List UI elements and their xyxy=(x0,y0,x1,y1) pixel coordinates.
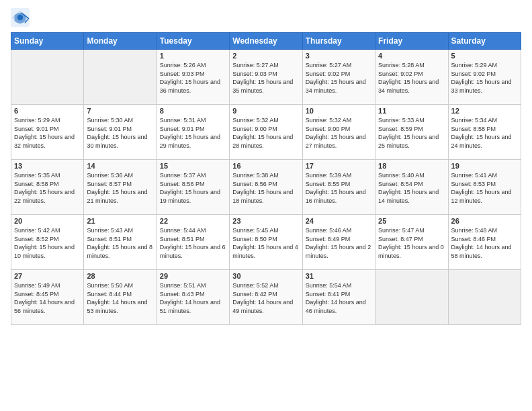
day-info: Sunrise: 5:39 AM Sunset: 8:55 PM Dayligh… xyxy=(306,171,372,205)
calendar-cell: 15Sunrise: 5:37 AM Sunset: 8:56 PM Dayli… xyxy=(157,160,229,215)
calendar-cell: 16Sunrise: 5:38 AM Sunset: 8:56 PM Dayli… xyxy=(230,160,302,215)
calendar-cell: 4Sunrise: 5:28 AM Sunset: 9:02 PM Daylig… xyxy=(375,50,448,105)
day-number: 9 xyxy=(232,107,299,115)
calendar-cell: 19Sunrise: 5:41 AM Sunset: 8:53 PM Dayli… xyxy=(448,160,521,215)
day-info: Sunrise: 5:30 AM Sunset: 9:01 PM Dayligh… xyxy=(87,116,153,150)
calendar-week-5: 27Sunrise: 5:49 AM Sunset: 8:45 PM Dayli… xyxy=(11,270,521,325)
day-info: Sunrise: 5:42 AM Sunset: 8:52 PM Dayligh… xyxy=(14,226,81,260)
day-info: Sunrise: 5:29 AM Sunset: 9:02 PM Dayligh… xyxy=(451,61,518,95)
day-number: 18 xyxy=(378,162,445,170)
calendar-header-monday: Monday xyxy=(84,33,157,50)
calendar: SundayMondayTuesdayWednesdayThursdayFrid… xyxy=(11,32,521,325)
day-number: 17 xyxy=(306,162,372,170)
day-info: Sunrise: 5:49 AM Sunset: 8:45 PM Dayligh… xyxy=(14,281,81,315)
day-info: Sunrise: 5:29 AM Sunset: 9:01 PM Dayligh… xyxy=(14,116,81,150)
calendar-cell: 6Sunrise: 5:29 AM Sunset: 9:01 PM Daylig… xyxy=(11,105,84,160)
calendar-cell: 22Sunrise: 5:44 AM Sunset: 8:51 PM Dayli… xyxy=(157,215,229,270)
calendar-header-friday: Friday xyxy=(375,33,448,50)
calendar-week-3: 13Sunrise: 5:35 AM Sunset: 8:58 PM Dayli… xyxy=(11,160,521,215)
calendar-cell: 30Sunrise: 5:52 AM Sunset: 8:42 PM Dayli… xyxy=(230,270,302,325)
day-info: Sunrise: 5:28 AM Sunset: 9:02 PM Dayligh… xyxy=(378,61,445,95)
calendar-week-1: 1Sunrise: 5:26 AM Sunset: 9:03 PM Daylig… xyxy=(11,50,521,105)
day-number: 20 xyxy=(14,217,81,225)
day-number: 2 xyxy=(232,52,299,60)
day-number: 28 xyxy=(87,272,153,280)
day-number: 25 xyxy=(378,217,445,225)
day-number: 5 xyxy=(451,52,518,60)
day-info: Sunrise: 5:36 AM Sunset: 8:57 PM Dayligh… xyxy=(87,171,153,205)
day-number: 6 xyxy=(14,107,81,115)
day-number: 30 xyxy=(232,272,299,280)
day-info: Sunrise: 5:35 AM Sunset: 8:58 PM Dayligh… xyxy=(14,171,81,205)
calendar-cell: 17Sunrise: 5:39 AM Sunset: 8:55 PM Dayli… xyxy=(302,160,375,215)
day-info: Sunrise: 5:41 AM Sunset: 8:53 PM Dayligh… xyxy=(451,171,518,205)
day-info: Sunrise: 5:34 AM Sunset: 8:58 PM Dayligh… xyxy=(451,116,518,150)
day-number: 23 xyxy=(232,217,299,225)
day-info: Sunrise: 5:45 AM Sunset: 8:50 PM Dayligh… xyxy=(232,226,299,260)
calendar-cell: 31Sunrise: 5:54 AM Sunset: 8:41 PM Dayli… xyxy=(302,270,375,325)
day-info: Sunrise: 5:31 AM Sunset: 9:01 PM Dayligh… xyxy=(160,116,226,150)
day-number: 24 xyxy=(306,217,372,225)
day-info: Sunrise: 5:44 AM Sunset: 8:51 PM Dayligh… xyxy=(160,226,226,260)
day-info: Sunrise: 5:50 AM Sunset: 8:44 PM Dayligh… xyxy=(87,281,153,315)
calendar-cell: 26Sunrise: 5:48 AM Sunset: 8:46 PM Dayli… xyxy=(448,215,521,270)
day-info: Sunrise: 5:33 AM Sunset: 8:59 PM Dayligh… xyxy=(378,116,445,150)
calendar-cell: 7Sunrise: 5:30 AM Sunset: 9:01 PM Daylig… xyxy=(84,105,157,160)
day-info: Sunrise: 5:26 AM Sunset: 9:03 PM Dayligh… xyxy=(160,61,226,95)
calendar-cell: 29Sunrise: 5:51 AM Sunset: 8:43 PM Dayli… xyxy=(157,270,229,325)
day-info: Sunrise: 5:48 AM Sunset: 8:46 PM Dayligh… xyxy=(451,226,518,260)
day-number: 22 xyxy=(160,217,226,225)
calendar-cell: 9Sunrise: 5:32 AM Sunset: 9:00 PM Daylig… xyxy=(230,105,302,160)
day-number: 15 xyxy=(160,162,226,170)
calendar-cell xyxy=(84,50,157,105)
day-info: Sunrise: 5:38 AM Sunset: 8:56 PM Dayligh… xyxy=(232,171,299,205)
day-number: 13 xyxy=(14,162,81,170)
calendar-cell: 2Sunrise: 5:27 AM Sunset: 9:03 PM Daylig… xyxy=(230,50,302,105)
day-info: Sunrise: 5:40 AM Sunset: 8:54 PM Dayligh… xyxy=(378,171,445,205)
day-number: 26 xyxy=(451,217,518,225)
day-number: 1 xyxy=(160,52,226,60)
calendar-cell: 3Sunrise: 5:27 AM Sunset: 9:02 PM Daylig… xyxy=(302,50,375,105)
calendar-header-row: SundayMondayTuesdayWednesdayThursdayFrid… xyxy=(11,33,521,50)
calendar-cell: 18Sunrise: 5:40 AM Sunset: 8:54 PM Dayli… xyxy=(375,160,448,215)
calendar-cell: 11Sunrise: 5:33 AM Sunset: 8:59 PM Dayli… xyxy=(375,105,448,160)
calendar-cell: 28Sunrise: 5:50 AM Sunset: 8:44 PM Dayli… xyxy=(84,270,157,325)
day-number: 4 xyxy=(378,52,445,60)
calendar-cell: 25Sunrise: 5:47 AM Sunset: 8:47 PM Dayli… xyxy=(375,215,448,270)
day-info: Sunrise: 5:32 AM Sunset: 9:00 PM Dayligh… xyxy=(232,116,299,150)
day-info: Sunrise: 5:37 AM Sunset: 8:56 PM Dayligh… xyxy=(160,171,226,205)
day-number: 3 xyxy=(306,52,372,60)
calendar-cell: 23Sunrise: 5:45 AM Sunset: 8:50 PM Dayli… xyxy=(230,215,302,270)
calendar-cell: 27Sunrise: 5:49 AM Sunset: 8:45 PM Dayli… xyxy=(11,270,84,325)
day-number: 12 xyxy=(451,107,518,115)
calendar-cell xyxy=(448,270,521,325)
calendar-cell: 12Sunrise: 5:34 AM Sunset: 8:58 PM Dayli… xyxy=(448,105,521,160)
calendar-header-sunday: Sunday xyxy=(11,33,84,50)
calendar-header-tuesday: Tuesday xyxy=(157,33,229,50)
calendar-header-thursday: Thursday xyxy=(302,33,375,50)
day-number: 10 xyxy=(306,107,372,115)
day-number: 31 xyxy=(306,272,372,280)
calendar-cell: 1Sunrise: 5:26 AM Sunset: 9:03 PM Daylig… xyxy=(157,50,229,105)
day-number: 19 xyxy=(451,162,518,170)
calendar-week-2: 6Sunrise: 5:29 AM Sunset: 9:01 PM Daylig… xyxy=(11,105,521,160)
calendar-cell xyxy=(375,270,448,325)
calendar-cell xyxy=(11,50,84,105)
calendar-cell: 8Sunrise: 5:31 AM Sunset: 9:01 PM Daylig… xyxy=(157,105,229,160)
calendar-header-saturday: Saturday xyxy=(448,33,521,50)
calendar-cell: 21Sunrise: 5:43 AM Sunset: 8:51 PM Dayli… xyxy=(84,215,157,270)
day-info: Sunrise: 5:43 AM Sunset: 8:51 PM Dayligh… xyxy=(87,226,153,260)
calendar-cell: 13Sunrise: 5:35 AM Sunset: 8:58 PM Dayli… xyxy=(11,160,84,215)
logo xyxy=(11,8,32,27)
header xyxy=(11,8,521,27)
day-number: 14 xyxy=(87,162,153,170)
calendar-cell: 24Sunrise: 5:46 AM Sunset: 8:49 PM Dayli… xyxy=(302,215,375,270)
calendar-header-wednesday: Wednesday xyxy=(230,33,302,50)
day-number: 8 xyxy=(160,107,226,115)
day-info: Sunrise: 5:27 AM Sunset: 9:03 PM Dayligh… xyxy=(232,61,299,95)
day-number: 29 xyxy=(160,272,226,280)
calendar-cell: 14Sunrise: 5:36 AM Sunset: 8:57 PM Dayli… xyxy=(84,160,157,215)
calendar-cell: 10Sunrise: 5:32 AM Sunset: 9:00 PM Dayli… xyxy=(302,105,375,160)
day-number: 11 xyxy=(378,107,445,115)
calendar-week-4: 20Sunrise: 5:42 AM Sunset: 8:52 PM Dayli… xyxy=(11,215,521,270)
